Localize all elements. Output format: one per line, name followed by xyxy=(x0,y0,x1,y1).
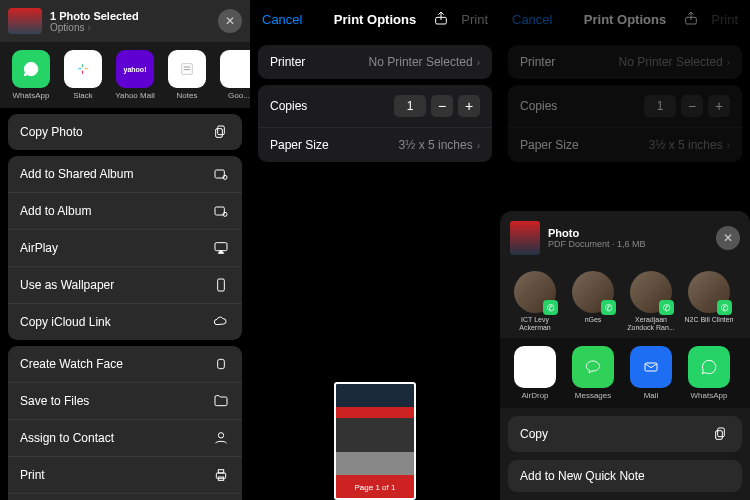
contact-item[interactable]: ✆Xeradjaan Zondock Ran... xyxy=(626,271,676,332)
assign-contact-row[interactable]: Assign to Contact xyxy=(8,420,242,457)
app-whatsapp[interactable]: WhatsApp xyxy=(684,346,734,400)
avatar: ✆ xyxy=(572,271,614,313)
close-button[interactable]: ✕ xyxy=(716,226,740,250)
share-header: 1 Photo Selected Options› ✕ xyxy=(0,0,250,42)
app-messages[interactable]: Messages xyxy=(568,346,618,400)
save-files-row[interactable]: Save to Files xyxy=(8,383,242,420)
options-section: Copies 1 − + Paper Size3½ x 5 inches› xyxy=(258,85,492,162)
app-notes[interactable]: Notes xyxy=(166,50,208,100)
action-group-3: Create Watch Face Save to Files Assign t… xyxy=(8,346,242,500)
app-google[interactable]: Goo... xyxy=(218,50,250,100)
contact-item[interactable]: ✆N2C Bill Clinten xyxy=(684,271,734,332)
print-header: Cancel Print Options Print xyxy=(250,0,500,39)
share-icon[interactable] xyxy=(433,10,449,29)
copies-value: 1 xyxy=(394,95,426,117)
sheet-title: Photo xyxy=(548,227,708,239)
slack-icon xyxy=(64,50,102,88)
paper-size-row[interactable]: Paper Size3½ x 5 inches› xyxy=(258,128,492,162)
print-options-pane: Cancel Print Options Print PrinterNo Pri… xyxy=(250,0,500,500)
decrement-button[interactable]: − xyxy=(431,95,453,117)
pdf-share-sheet: Photo PDF Document · 1,6 MB ✕ ✆ICT Levy … xyxy=(500,211,750,500)
whatsapp-icon xyxy=(688,346,730,388)
svg-rect-2 xyxy=(82,64,84,68)
print-options-share-pane: Cancel Print Options Print PrinterNo Pri… xyxy=(500,0,750,500)
svg-rect-18 xyxy=(218,470,223,473)
svg-rect-26 xyxy=(716,431,723,440)
printer-section: PrinterNo Printer Selected› xyxy=(258,45,492,79)
print-row[interactable]: Print xyxy=(8,457,242,494)
svg-rect-24 xyxy=(645,363,657,371)
share-sheet-pane: 1 Photo Selected Options› ✕ WhatsApp Sla… xyxy=(0,0,250,500)
svg-rect-25 xyxy=(718,428,725,437)
avatar: ✆ xyxy=(514,271,556,313)
share-apps-row: WhatsApp Slack yahoo!Yahoo Mail Notes Go… xyxy=(0,42,250,108)
google-icon xyxy=(220,50,250,88)
copy-photo-row[interactable]: Copy Photo xyxy=(8,114,242,150)
contact-item[interactable]: ✆nGes xyxy=(568,271,618,332)
print-button-disabled: Print xyxy=(461,12,488,27)
sheet-header: Photo PDF Document · 1,6 MB ✕ xyxy=(500,211,750,265)
preview-image: Page 1 of 1 xyxy=(334,382,416,500)
quick-note-row[interactable]: Add to New Quick Note xyxy=(508,460,742,492)
options-link[interactable]: Options› xyxy=(50,22,210,33)
print-icon xyxy=(212,466,230,484)
close-button[interactable]: ✕ xyxy=(218,9,242,33)
airplay-row[interactable]: AirPlay xyxy=(8,230,242,267)
wallpaper-row[interactable]: Use as Wallpaper xyxy=(8,267,242,304)
app-mail[interactable]: Mail xyxy=(626,346,676,400)
svg-rect-7 xyxy=(218,126,225,135)
cloud-icon xyxy=(212,313,230,331)
selected-count: 1 Photo Selected xyxy=(50,10,210,22)
notes-icon xyxy=(168,50,206,88)
print-preview[interactable]: Page 1 of 1 xyxy=(334,382,416,500)
copy-row[interactable]: Copy xyxy=(508,416,742,452)
folder-icon xyxy=(212,392,230,410)
increment-button[interactable]: + xyxy=(458,95,480,117)
add-shared-album-row[interactable]: Add to Shared Album xyxy=(8,156,242,193)
sheet-subtitle: PDF Document · 1,6 MB xyxy=(548,239,708,249)
svg-rect-17 xyxy=(216,473,225,478)
pdf-thumbnail xyxy=(510,221,540,255)
cancel-button[interactable]: Cancel xyxy=(262,12,302,27)
avatar: ✆ xyxy=(688,271,730,313)
share-apps-row: AirDrop Messages Mail WhatsApp xyxy=(500,338,750,408)
shared-album-icon xyxy=(212,165,230,183)
quick-note-row[interactable]: Add to New Quick Note xyxy=(8,494,242,500)
mail-icon xyxy=(630,346,672,388)
album-icon xyxy=(212,202,230,220)
chevron-right-icon: › xyxy=(87,22,90,33)
svg-point-16 xyxy=(218,433,223,438)
chevron-right-icon: › xyxy=(477,140,480,151)
watch-icon xyxy=(212,355,230,373)
airdrop-icon xyxy=(514,346,556,388)
svg-rect-3 xyxy=(82,70,84,74)
airplay-icon xyxy=(212,239,230,257)
add-album-row[interactable]: Add to Album xyxy=(8,193,242,230)
svg-rect-0 xyxy=(78,68,82,70)
whatsapp-badge-icon: ✆ xyxy=(543,300,558,315)
copies-row: Copies 1 − + xyxy=(258,85,492,128)
avatar: ✆ xyxy=(630,271,672,313)
quicknote-group: Add to New Quick Note xyxy=(508,460,742,492)
copy-icon xyxy=(712,425,730,443)
app-airdrop[interactable]: AirDrop xyxy=(510,346,560,400)
app-whatsapp[interactable]: WhatsApp xyxy=(10,50,52,100)
whatsapp-icon xyxy=(12,50,50,88)
app-slack[interactable]: Slack xyxy=(62,50,104,100)
watch-face-row[interactable]: Create Watch Face xyxy=(8,346,242,383)
svg-rect-8 xyxy=(216,129,223,138)
app-yahoo-mail[interactable]: yahoo!Yahoo Mail xyxy=(114,50,156,100)
printer-row[interactable]: PrinterNo Printer Selected› xyxy=(258,45,492,79)
icloud-link-row[interactable]: Copy iCloud Link xyxy=(8,304,242,340)
photo-thumbnail xyxy=(8,8,42,34)
svg-rect-4 xyxy=(182,64,193,75)
page-indicator: Page 1 of 1 xyxy=(342,481,408,494)
dim-overlay xyxy=(500,0,750,180)
contact-item[interactable]: ✆ICT Levy Ackerman xyxy=(510,271,560,332)
whatsapp-badge-icon: ✆ xyxy=(601,300,616,315)
action-group-2: Add to Shared Album Add to Album AirPlay… xyxy=(8,156,242,340)
print-title: Print Options xyxy=(334,12,416,27)
copy-group: Copy xyxy=(508,416,742,452)
action-group-1: Copy Photo xyxy=(8,114,242,150)
copies-stepper: 1 − + xyxy=(394,95,480,117)
